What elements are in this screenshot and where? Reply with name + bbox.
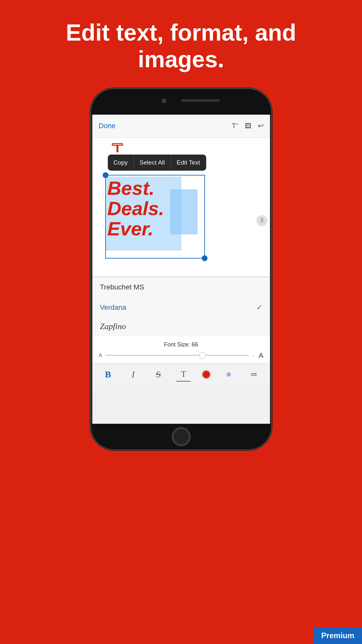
selection-handle-bottom-right[interactable] (202, 255, 208, 261)
phone-screen: Done T+ 🖼 ↩ (92, 115, 270, 424)
copy-button[interactable]: Copy (108, 155, 134, 171)
svg-rect-2 (112, 144, 123, 145)
deals-line3: Ever. (107, 219, 164, 239)
add-image-icon[interactable]: 🖼 (245, 122, 251, 130)
canvas-area: Copy Select All Edit Text Best. Deals. E… (92, 138, 270, 276)
svg-rect-1 (116, 145, 118, 152)
home-button-inner (173, 429, 189, 444)
selected-checkmark: ✓ (256, 303, 262, 312)
home-button[interactable] (172, 427, 190, 446)
italic-button[interactable]: I (126, 367, 140, 382)
header-section: Edit text, format, and images. (0, 0, 362, 89)
page-title: Edit text, format, and images. (26, 0, 336, 89)
font-size-slider[interactable] (105, 355, 249, 356)
done-button[interactable]: Done (99, 122, 116, 130)
deals-line1: Best. (107, 178, 164, 198)
font-size-min-label: A (99, 353, 102, 358)
font-size-slider-row: A ○ A (99, 351, 264, 360)
premium-badge[interactable]: Premium (313, 627, 362, 644)
edit-text-button[interactable]: Edit Text (171, 155, 206, 171)
font-size-max-label: A (259, 351, 264, 360)
list-button[interactable]: ≔ (247, 367, 261, 382)
circle-icon: ○ (252, 353, 255, 358)
font-item-zapfino[interactable]: Zapfino (92, 318, 270, 336)
phone-bottom (91, 424, 271, 450)
align-button[interactable]: ≡ (222, 367, 236, 382)
font-panel: Trebuchet MS Verdana ✓ Zapfino (92, 277, 270, 336)
undo-icon[interactable]: ↩ (258, 122, 264, 130)
select-all-button[interactable]: Select All (134, 155, 171, 171)
slider-thumb[interactable] (199, 352, 206, 359)
speaker-icon (181, 99, 220, 102)
color-picker-button[interactable] (202, 370, 211, 379)
phone-device: Done T+ 🖼 ↩ (91, 89, 271, 450)
phone-top (91, 89, 271, 115)
context-menu: Copy Select All Edit Text (108, 155, 206, 171)
font-item-verdana[interactable]: Verdana ✓ (92, 298, 270, 318)
font-size-section: Font Size: 66 A ○ A (92, 336, 270, 363)
font-item-trebuchet[interactable]: Trebuchet MS (92, 277, 270, 298)
underline-button[interactable]: T (176, 367, 190, 382)
bold-button[interactable]: B (101, 367, 115, 382)
phone-mockup: Done T+ 🖼 ↩ (0, 89, 362, 450)
text-tool-icon (112, 143, 123, 156)
format-toolbar: B I S T ≡ ≔ (92, 363, 270, 386)
font-size-label: Font Size: 66 (99, 341, 264, 348)
add-text-icon[interactable]: T+ (232, 122, 238, 130)
strikethrough-button[interactable]: S (151, 367, 165, 382)
app-bar: Done T+ 🖼 ↩ (92, 115, 270, 138)
camera-icon (162, 99, 166, 103)
app-bar-icons: T+ 🖼 ↩ (232, 122, 263, 130)
page-indicator: 3 (256, 215, 267, 226)
selection-handle-top-left[interactable] (103, 172, 108, 178)
deals-line2: Deals. (107, 198, 164, 219)
deals-text: Best. Deals. Ever. (107, 178, 164, 239)
